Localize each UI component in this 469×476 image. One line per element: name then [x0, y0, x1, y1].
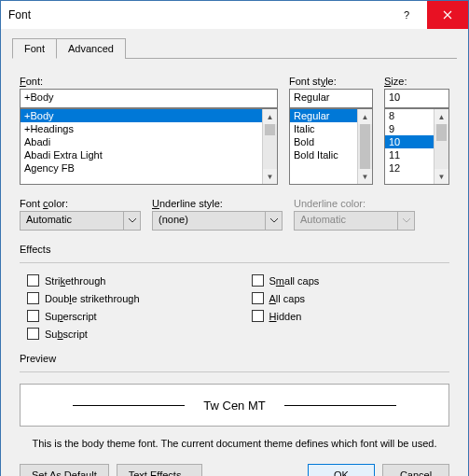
size-column: Size: 10 8 9 10 11 12 ▲ ▼: [384, 76, 449, 185]
fontcolor-combo[interactable]: Automatic: [20, 211, 141, 231]
checkbox-icon: [27, 310, 39, 322]
scroll-down-icon[interactable]: ▼: [263, 169, 277, 184]
check-superscript[interactable]: Superscript: [27, 310, 140, 322]
style-column: Font style: Regular Regular Italic Bold …: [289, 76, 373, 185]
checkbox-icon: [252, 310, 264, 322]
checkbox-icon: [252, 274, 264, 287]
divider: [20, 262, 449, 263]
list-item[interactable]: Abadi: [21, 135, 277, 148]
check-hidden[interactable]: Hidden: [252, 310, 320, 322]
font-column: Font: +Body +Body +Headings Abadi Abadi …: [20, 76, 278, 185]
preview-line: [73, 405, 185, 406]
titlebar: Font ?: [1, 1, 468, 29]
list-item[interactable]: +Body: [21, 109, 277, 122]
scroll-thumb[interactable]: [436, 124, 447, 141]
underlinecolor-column: Underline color: Automatic: [294, 198, 415, 231]
preview-hint: This is the body theme font. The current…: [20, 438, 449, 449]
font-row: Font: +Body +Body +Headings Abadi Abadi …: [20, 76, 449, 185]
scroll-up-icon[interactable]: ▲: [263, 109, 277, 124]
set-default-button[interactable]: Set As Default: [20, 464, 109, 476]
preview-line: [284, 405, 396, 406]
preview-sample: Tw Cen MT: [203, 399, 265, 413]
scrollbar[interactable]: ▲ ▼: [262, 109, 277, 184]
font-panel: Font: +Body +Body +Headings Abadi Abadi …: [12, 59, 457, 476]
underlinestyle-combo[interactable]: (none): [152, 211, 283, 231]
help-icon: ?: [404, 9, 409, 21]
font-label: Font:: [20, 76, 278, 87]
scroll-track[interactable]: [358, 124, 372, 169]
scroll-track[interactable]: [435, 124, 448, 169]
help-button[interactable]: ?: [386, 1, 427, 29]
ok-button[interactable]: OK: [308, 464, 375, 476]
checkbox-icon: [27, 328, 39, 340]
check-allcaps[interactable]: All caps: [252, 292, 320, 304]
scroll-up-icon[interactable]: ▲: [435, 109, 448, 124]
font-input[interactable]: +Body: [20, 89, 278, 108]
preview-label: Preview: [20, 353, 449, 364]
scroll-track[interactable]: [263, 124, 277, 169]
scroll-down-icon[interactable]: ▼: [358, 169, 372, 184]
list-item[interactable]: +Headings: [21, 122, 277, 135]
underlinecolor-label: Underline color:: [294, 198, 415, 209]
close-icon: [443, 10, 452, 20]
scroll-thumb[interactable]: [360, 124, 370, 169]
check-doublestrike[interactable]: Double strikethrough: [27, 292, 140, 304]
scroll-down-icon[interactable]: ▼: [435, 169, 448, 184]
underlinecolor-combo: Automatic: [294, 211, 415, 231]
preview-box: Tw Cen MT: [20, 384, 449, 427]
dialog-content: Font Advanced Font: +Body +Body +Heading…: [1, 29, 468, 476]
underlinestyle-label: Underline style:: [152, 198, 283, 209]
check-subscript[interactable]: Subscript: [27, 328, 140, 340]
scrollbar[interactable]: ▲ ▼: [357, 109, 372, 184]
fontcolor-label: Font color:: [20, 198, 141, 209]
chevron-down-icon: [265, 212, 282, 230]
font-dialog: Font ? Font Advanced Font: +Body +Body +…: [0, 0, 469, 476]
button-row: Set As Default Text Effects... OK Cancel: [20, 455, 449, 476]
color-row: Font color: Automatic Underline style: (…: [20, 198, 449, 231]
effects-right: Small caps All caps Hidden: [252, 274, 320, 340]
style-label: Font style:: [289, 76, 373, 87]
checkbox-icon: [252, 292, 264, 304]
style-input[interactable]: Regular: [289, 89, 373, 108]
text-effects-button[interactable]: Text Effects...: [117, 464, 202, 476]
check-strikethrough[interactable]: Strikethrough: [27, 274, 140, 287]
chevron-down-icon: [397, 212, 414, 230]
effects-left: Strikethrough Double strikethrough Super…: [27, 274, 140, 340]
close-button[interactable]: [427, 1, 468, 29]
window-title: Font: [1, 8, 386, 21]
effects-group: Strikethrough Double strikethrough Super…: [20, 274, 449, 340]
size-label: Size:: [384, 76, 449, 87]
fontcolor-column: Font color: Automatic: [20, 198, 141, 231]
scroll-thumb[interactable]: [265, 124, 275, 135]
list-item[interactable]: Agency FB: [21, 161, 277, 175]
checkbox-icon: [27, 274, 39, 287]
style-list[interactable]: Regular Italic Bold Bold Italic ▲ ▼: [289, 108, 373, 185]
size-list[interactable]: 8 9 10 11 12 ▲ ▼: [384, 108, 449, 185]
size-input[interactable]: 10: [384, 89, 449, 108]
chevron-down-icon: [123, 212, 140, 230]
tab-strip: Font Advanced: [12, 38, 457, 59]
checkbox-icon: [27, 292, 39, 304]
tab-font[interactable]: Font: [12, 38, 57, 59]
list-item[interactable]: Abadi Extra Light: [21, 148, 277, 161]
font-list[interactable]: +Body +Headings Abadi Abadi Extra Light …: [20, 108, 278, 185]
scroll-up-icon[interactable]: ▲: [358, 109, 372, 124]
tab-advanced[interactable]: Advanced: [56, 38, 126, 59]
underlinestyle-column: Underline style: (none): [152, 198, 283, 231]
check-smallcaps[interactable]: Small caps: [252, 274, 320, 287]
divider: [20, 371, 449, 372]
spacer: [210, 464, 300, 476]
scrollbar[interactable]: ▲ ▼: [434, 109, 448, 184]
cancel-button[interactable]: Cancel: [382, 464, 449, 476]
effects-label: Effects: [20, 244, 449, 255]
